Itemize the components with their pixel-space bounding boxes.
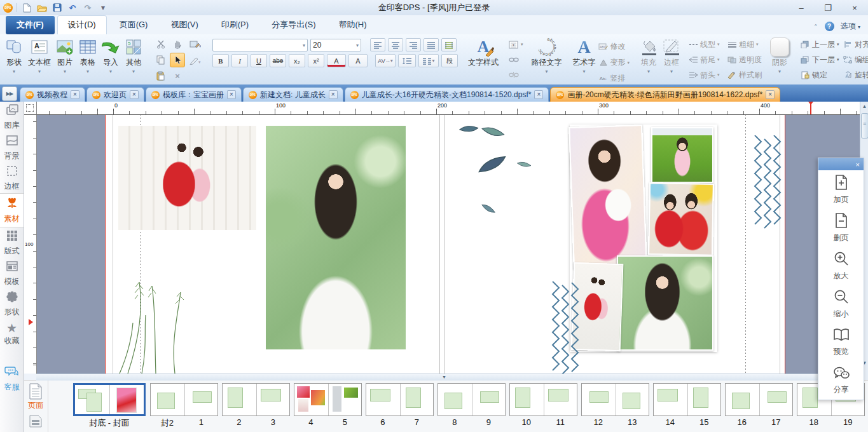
menu-tab-文件(F)[interactable]: 文件(F) xyxy=(6,16,55,34)
doc-tab[interactable]: DPS欢迎页× xyxy=(86,87,144,102)
link-icon[interactable] xyxy=(509,52,519,67)
import-button[interactable]: 导入 ▾ xyxy=(99,36,122,74)
sidebar-item-素材[interactable]: 素材 xyxy=(0,193,24,227)
shadow-button[interactable]: 阴影 ▾ xyxy=(767,36,792,74)
path-text-button[interactable]: abcabcabcabc 路径文字 ▾ xyxy=(528,36,565,74)
float-item-放大[interactable]: 放大 xyxy=(818,246,864,285)
highlight-color-button[interactable]: A xyxy=(348,54,368,67)
align-distribute-button[interactable] xyxy=(441,38,457,51)
sidebar-item-边框[interactable]: 边框 xyxy=(0,163,24,193)
more-insert-button[interactable]: 5 其他 ▾ xyxy=(122,36,145,74)
insert-table-button[interactable]: 表格 ▾ xyxy=(76,36,99,74)
thumbnail-spread[interactable] xyxy=(222,383,290,416)
transparency-button[interactable]: 透明度 xyxy=(727,55,762,65)
insert-image-button[interactable]: 图片 ▾ xyxy=(53,36,76,74)
doc-tab[interactable]: DPS视频教程× xyxy=(20,87,85,102)
kerning-button[interactable]: AV↔▾ xyxy=(375,54,396,67)
subscript-button[interactable]: x₂ xyxy=(289,54,305,67)
photo-girl-green-board[interactable] xyxy=(651,127,713,183)
options-menu[interactable]: 选项 ▾ xyxy=(841,21,860,32)
expand-panel-icon[interactable]: ▶▶ xyxy=(2,86,17,101)
wordart-modify-button[interactable]: ABC 修改 xyxy=(598,39,630,55)
align-center-button[interactable] xyxy=(388,38,403,51)
wordart-button[interactable]: A 艺术字 ▾ xyxy=(570,36,598,74)
group-objects-button[interactable]: 编组▾ xyxy=(843,55,868,65)
photo-girls-red-costume[interactable] xyxy=(648,182,714,256)
font-color-button[interactable]: A xyxy=(327,54,346,67)
tab-close-icon[interactable]: × xyxy=(766,90,775,99)
sidebar-item-形状[interactable]: 形状 xyxy=(0,288,24,319)
undo-icon[interactable]: ↶ xyxy=(67,3,78,13)
doc-tab[interactable]: DPS新建文档: 儿童成长× xyxy=(243,87,343,102)
menu-tab-视图(V)[interactable]: 视图(V) xyxy=(160,16,208,34)
rotate-button[interactable]: 旋转▾ xyxy=(843,70,868,81)
wordart-transform-button[interactable]: 变形▾ xyxy=(598,55,630,71)
thumbnail-spread[interactable] xyxy=(294,383,362,416)
tab-close-icon[interactable]: × xyxy=(329,90,338,99)
grass-decoration[interactable] xyxy=(116,278,193,374)
delete-x-icon[interactable]: × xyxy=(170,69,184,83)
border-button[interactable]: 边框 ▾ xyxy=(660,36,683,74)
photo-girl-portrait-white-outfit[interactable] xyxy=(266,126,406,349)
float-panel-header[interactable]: × xyxy=(818,158,864,170)
redo-icon[interactable]: ↷ xyxy=(82,3,93,13)
float-item-加页[interactable]: 加页 xyxy=(818,170,864,208)
help-icon[interactable]: ? xyxy=(825,22,834,31)
text-style-button[interactable]: A 文字样式 xyxy=(465,36,501,68)
align-justify-button[interactable] xyxy=(424,38,439,51)
thumbnail-spread[interactable] xyxy=(73,383,146,416)
image-edit-icon[interactable]: ▾ xyxy=(188,37,202,51)
pen-tool-icon[interactable]: ▾ xyxy=(188,53,202,67)
float-item-预览[interactable]: 预览 xyxy=(818,323,864,361)
menu-tab-印刷(P)[interactable]: 印刷(P) xyxy=(211,16,259,34)
pages-tab-button[interactable]: 页面 xyxy=(28,381,43,411)
hand-pan-icon[interactable] xyxy=(170,37,184,51)
float-item-删页[interactable]: 删页 xyxy=(818,208,864,246)
bring-forward-button[interactable]: 上一层▾ xyxy=(800,39,841,50)
thumbnail-spread[interactable] xyxy=(509,383,577,416)
scroll-up-icon[interactable]: ▲ xyxy=(860,102,868,111)
insert-textbox-button[interactable]: A 文本框 ▾ xyxy=(25,36,53,74)
align-objects-button[interactable]: 对齐▾ xyxy=(843,39,868,50)
select-cursor-icon[interactable] xyxy=(170,53,185,67)
cut-scissors-icon[interactable] xyxy=(154,37,168,51)
thumbnail-spread[interactable] xyxy=(366,383,434,416)
sidebar-item-模板[interactable]: 模板 xyxy=(0,258,24,288)
minimize-button[interactable]: – xyxy=(788,1,815,15)
copy-icon[interactable] xyxy=(154,53,168,67)
doc-tab[interactable]: DPS画册-20cm硬壳精装-绿色清新田野画册190814-1622.dpsf*… xyxy=(550,87,780,102)
line-spacing-button[interactable] xyxy=(398,54,416,67)
underline-button[interactable]: U xyxy=(251,54,267,67)
paragraph-button[interactable]: 段 xyxy=(441,54,458,67)
list-view-button[interactable] xyxy=(29,412,43,428)
thumbnail-spread[interactable] xyxy=(437,383,506,416)
zigzag-decoration-right[interactable] xyxy=(752,135,783,231)
tab-close-icon[interactable]: × xyxy=(71,90,79,99)
line-style-button[interactable]: 线型▾ xyxy=(688,39,725,50)
superscript-button[interactable]: x² xyxy=(308,54,324,67)
open-folder-icon[interactable] xyxy=(36,3,48,13)
columns-button[interactable]: ▾ xyxy=(418,54,439,67)
menu-tab-分享导出(S)[interactable]: 分享导出(S) xyxy=(261,16,326,34)
photo-girl-white-outfit-small[interactable] xyxy=(617,255,713,351)
sidebar-item-客服[interactable]: 客服 xyxy=(0,363,24,394)
float-panel-close-icon[interactable]: × xyxy=(856,161,860,168)
sidebar-item-图库[interactable]: 图库 xyxy=(0,102,24,132)
horizontal-scrollbar[interactable]: ▼ xyxy=(36,374,860,381)
photo-girl-pink-shirt[interactable] xyxy=(568,125,647,269)
vertical-scroll-thumb[interactable] xyxy=(861,113,868,138)
doc-tab[interactable]: DPS儿童成长-大16开硬壳精装-文档190814-1520.dpsf*× xyxy=(345,87,549,102)
text-wrap-button[interactable]: ✦▾ xyxy=(509,37,523,52)
menu-tab-页面(G)[interactable]: 页面(G) xyxy=(109,16,158,34)
sidebar-item-背景[interactable]: 背景 xyxy=(0,132,24,163)
tab-close-icon[interactable]: × xyxy=(130,90,139,99)
wordart-vertical-button[interactable]: Ab↓ 竖排 xyxy=(598,71,630,85)
collapse-ribbon-icon[interactable]: ⌃ xyxy=(813,24,818,30)
send-backward-button[interactable]: 下一层▾ xyxy=(800,55,841,65)
tab-close-icon[interactable]: × xyxy=(534,90,543,99)
unlink-icon[interactable] xyxy=(509,67,519,83)
menu-tab-设计(D)[interactable]: 设计(D) xyxy=(57,15,107,34)
lock-button[interactable]: 锁定 xyxy=(800,70,841,81)
new-document-icon[interactable] xyxy=(21,3,32,13)
thumbnail-spread[interactable] xyxy=(653,383,721,416)
